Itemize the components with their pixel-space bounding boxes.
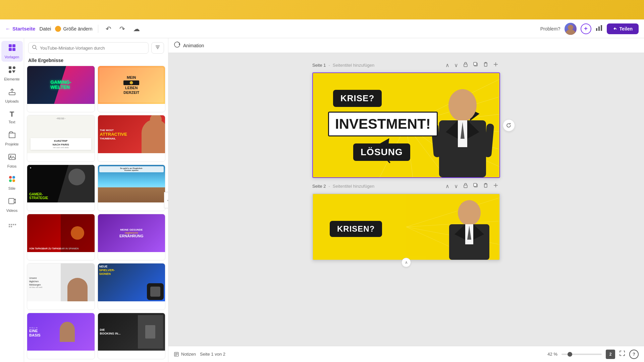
svg-rect-2 — [596, 28, 597, 31]
page1-header: Seite 1 - Seitentitel hinzufügen ∧ ∨ — [312, 60, 500, 70]
zoom-slider[interactable] — [561, 354, 602, 355]
sidebar-item-fotos[interactable]: Fotos — [1, 150, 23, 171]
canvas-area: Animation Seite 1 - Seitentitel hinzufüg… — [168, 38, 644, 362]
svg-point-27 — [33, 45, 36, 49]
svg-line-28 — [36, 48, 37, 50]
svg-rect-26 — [11, 226, 12, 227]
sidebar-label-fotos: Fotos — [7, 164, 17, 168]
loesung-bubble[interactable]: LÖSUNG — [353, 143, 410, 161]
filter-button[interactable] — [151, 42, 164, 54]
svg-point-49 — [448, 89, 477, 121]
svg-rect-59 — [474, 183, 477, 186]
main-layout: Vorlagen Elemente Uploads T Text Projekt… — [0, 38, 644, 362]
page2-subtitle[interactable]: Seitentitel hinzufügen — [333, 184, 374, 189]
template-card-tapas[interactable]: Von Tapasbar zu Tapasbar in Spanien — [27, 214, 95, 260]
page2-slide-wrapper: KRISEN? — [312, 193, 500, 260]
sidebar-item-projekte[interactable]: Projekte — [1, 128, 23, 149]
template-card-booking[interactable]: DIE BOOKING IN... — [98, 313, 166, 359]
header: ← Startseite Datei Größe ändern ↶ ↷ ☁ Pr… — [0, 19, 644, 38]
notes-button[interactable]: Notizen — [174, 352, 196, 357]
template-card-gamer[interactable]: ★ GAMER- STRATEGIE — [27, 165, 95, 211]
page2-up-button[interactable]: ∧ — [444, 182, 451, 190]
page1-subtitle[interactable]: Seitentitel hinzufügen — [333, 63, 374, 68]
canvas-scroll: Seite 1 - Seitentitel hinzufügen ∧ ∨ — [168, 53, 644, 346]
page2-add-button[interactable] — [491, 182, 500, 190]
template-card-ernahrung[interactable]: MEINE GESUNDE vegetarische ERNÄHRUNG — [98, 214, 166, 260]
help-button[interactable]: ? — [629, 350, 639, 359]
svg-rect-7 — [9, 48, 12, 51]
sidebar-item-videos[interactable]: Videos — [1, 194, 23, 215]
krise-bubble[interactable]: KRISE? — [333, 90, 382, 107]
template-card-meldungen[interactable]: Unsere täglichen Meldungen mit blau und … — [27, 263, 95, 310]
sidebar-label-uploads: Uploads — [5, 99, 18, 103]
templates-grid: GAMING- WELTEN MEIN 😊 LEBEN — [24, 66, 168, 362]
krisen-bubble[interactable]: KRISEN? — [330, 221, 382, 237]
uploads-icon — [8, 88, 16, 98]
animation-label: Animation — [183, 43, 204, 48]
page2-down-button[interactable]: ∨ — [452, 182, 460, 190]
search-input-wrapper[interactable] — [28, 42, 149, 54]
redo-button[interactable]: ↷ — [117, 23, 127, 34]
home-button[interactable]: ← Startseite — [5, 26, 35, 32]
elemente-icon — [8, 66, 16, 76]
stats-button[interactable] — [595, 24, 603, 33]
save-cloud-button[interactable]: ☁ — [131, 23, 142, 34]
search-input[interactable] — [40, 46, 145, 51]
page1-slide[interactable]: KRISE? INVESTMENT! LÖSUNG — [312, 72, 500, 178]
undo-button[interactable]: ↶ — [104, 23, 113, 34]
file-button[interactable]: Datei — [39, 26, 51, 32]
hide-panel-button[interactable]: ‹ — [164, 192, 168, 208]
template-card-leben[interactable]: MEIN 😊 LEBEN DERZEIT — [98, 66, 166, 112]
sidebar-item-stile[interactable]: Stile — [1, 172, 23, 193]
page1-lock-button[interactable] — [461, 61, 470, 69]
top-decorative-bar — [0, 0, 644, 19]
sidebar-label-text: Text — [8, 120, 15, 124]
coin-icon — [55, 26, 61, 32]
template-card-basis[interactable]: ★ BLU ★ EINE BASIS — [27, 313, 95, 359]
expand-button[interactable] — [619, 350, 625, 358]
template-card-attractive[interactable]: THE MOST ATTRACTIVE THUMBNAIL — [98, 115, 166, 162]
page2-delete-button[interactable] — [481, 182, 490, 190]
stile-icon — [8, 175, 16, 185]
bottom-bar: Notizen Seite 1 von 2 42 % 2 ? — [168, 346, 644, 362]
page1-down-button[interactable]: ∨ — [452, 61, 460, 69]
page2-controls: ∧ ∨ — [444, 182, 500, 190]
page1-up-button[interactable]: ∧ — [444, 61, 451, 69]
template-card-gaming[interactable]: GAMING- WELTEN — [27, 66, 95, 112]
sidebar-item-vorlagen[interactable]: Vorlagen — [1, 41, 23, 62]
page1-title: Seite 1 — [312, 63, 326, 68]
svg-rect-22 — [11, 224, 12, 225]
sidebar-item-uploads[interactable]: Uploads — [1, 85, 23, 106]
sidebar: Vorlagen Elemente Uploads T Text Projekt… — [0, 38, 24, 362]
sidebar-item-text[interactable]: T Text — [1, 107, 23, 127]
sidebar-label-projekte: Projekte — [5, 142, 18, 146]
template-card-spielver[interactable]: NEUE SPIELVER- SIONEN — [98, 263, 166, 310]
page2-slide[interactable]: KRISEN? — [312, 193, 500, 260]
investment-bubble[interactable]: INVESTMENT! — [328, 112, 438, 136]
toolbar-separator — [98, 25, 98, 33]
back-arrow-icon: ← — [5, 26, 10, 32]
sidebar-item-pattern[interactable] — [1, 221, 23, 236]
svg-rect-25 — [9, 226, 10, 227]
page1-duplicate-button[interactable] — [471, 61, 480, 69]
svg-rect-60 — [484, 184, 487, 187]
page2-lock-button[interactable] — [461, 182, 470, 190]
fotos-icon — [8, 153, 16, 163]
template-card-flug[interactable]: So geht's an Flugticket- Kosten sparen — [98, 165, 166, 211]
add-account-button[interactable]: + — [581, 23, 591, 34]
resize-button[interactable]: Größe ändern — [55, 26, 92, 32]
svg-rect-23 — [13, 224, 14, 225]
problem-button[interactable]: Problem? — [540, 26, 560, 32]
sidebar-item-elemente[interactable]: Elemente — [1, 63, 23, 84]
collapse-button[interactable]: ∧ — [401, 258, 411, 267]
refresh-button[interactable] — [503, 119, 515, 131]
template-card-paris[interactable]: ~REISE~ KURZTRIP NACH PARIS mit cani und… — [27, 115, 95, 162]
slide1-background: KRISE? INVESTMENT! LÖSUNG — [313, 73, 499, 177]
share-button[interactable]: Teilen — [607, 23, 639, 34]
animation-bar: Animation — [168, 38, 644, 53]
page1-add-button[interactable] — [491, 61, 500, 69]
svg-rect-9 — [9, 66, 11, 69]
page2-duplicate-button[interactable] — [471, 182, 480, 190]
page1-delete-button[interactable] — [481, 61, 490, 69]
svg-rect-6 — [12, 44, 15, 47]
